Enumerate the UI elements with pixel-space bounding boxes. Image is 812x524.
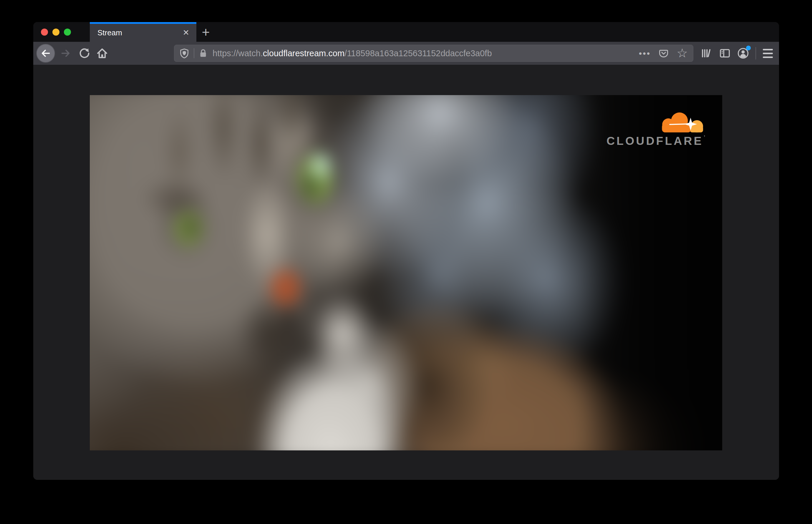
browser-window: Stream ✕ + — [33, 22, 779, 480]
minimize-window-button[interactable] — [52, 29, 60, 36]
library-icon — [700, 47, 712, 59]
account-button[interactable] — [735, 45, 751, 62]
tab-stream[interactable]: Stream ✕ — [90, 22, 196, 42]
url-path: /118598a163a125631152ddaccfe3a0fb — [344, 49, 492, 58]
cloudflare-logo: CLOUDFLARE’ — [606, 110, 705, 147]
account-notification-badge — [746, 46, 751, 50]
page-actions-icon[interactable]: ••• — [639, 51, 651, 56]
library-button[interactable] — [698, 45, 714, 62]
forward-button[interactable] — [58, 45, 74, 62]
desktop-background: Stream ✕ + — [0, 0, 812, 524]
cloudflare-wordmark: CLOUDFLARE’ — [606, 135, 705, 147]
page-content: CLOUDFLARE’ — [33, 65, 779, 480]
back-arrow-icon — [40, 48, 51, 59]
forward-arrow-icon — [60, 48, 71, 59]
reload-icon — [79, 48, 90, 59]
video-frame-blurry-cat — [90, 95, 722, 451]
back-button[interactable] — [36, 44, 55, 63]
navigation-toolbar: https://watch.cloudflarestream.com/11859… — [33, 42, 779, 65]
url-bar-actions: ••• ☆ — [639, 47, 688, 60]
new-tab-button[interactable]: + — [196, 22, 215, 42]
bookmark-star-icon[interactable]: ☆ — [677, 47, 688, 60]
reload-button[interactable] — [76, 45, 93, 62]
tracking-protection-shield-icon[interactable] — [179, 48, 190, 59]
tab-bar: Stream ✕ + — [33, 22, 779, 42]
tab-title: Stream — [97, 28, 181, 37]
url-scheme: https://watch. — [213, 49, 263, 58]
home-icon — [96, 47, 108, 59]
toolbar-divider — [756, 47, 756, 60]
cloudflare-cloud-icon — [657, 110, 705, 134]
hamburger-menu-icon — [763, 49, 773, 58]
trademark-mark: ’ — [704, 135, 705, 140]
lock-icon[interactable] — [198, 48, 208, 58]
traffic-lights — [33, 22, 90, 42]
sidebar-icon — [719, 47, 731, 59]
video-player[interactable]: CLOUDFLARE’ — [90, 95, 722, 451]
url-bar-divider — [194, 48, 194, 58]
close-window-button[interactable] — [41, 29, 48, 36]
zoom-window-button[interactable] — [64, 29, 71, 36]
sidebar-button[interactable] — [717, 45, 733, 62]
menu-button[interactable] — [760, 45, 776, 62]
url-text: https://watch.cloudflarestream.com/11859… — [213, 49, 639, 58]
home-button[interactable] — [94, 45, 110, 62]
url-domain: cloudflarestream.com — [263, 49, 344, 58]
pocket-icon[interactable] — [658, 48, 669, 59]
url-bar[interactable]: https://watch.cloudflarestream.com/11859… — [174, 45, 693, 62]
close-tab-icon[interactable]: ✕ — [181, 28, 191, 38]
